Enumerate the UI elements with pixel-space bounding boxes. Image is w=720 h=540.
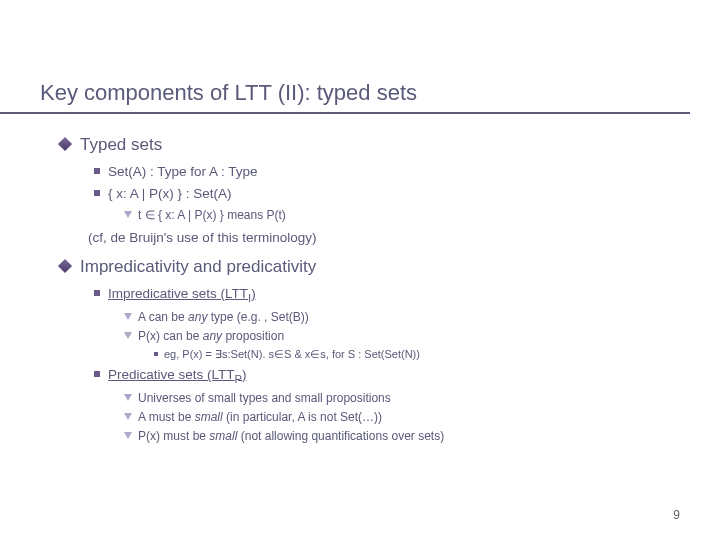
- text: Impredicative sets (LTTI): [108, 286, 256, 301]
- subscript: P: [235, 373, 243, 385]
- membership-meaning: t ∈ { x: A | P(x) } means P(t): [124, 206, 680, 224]
- slide-title: Key components of LTT (II): typed sets: [0, 0, 690, 114]
- diamond-bullet-icon: [58, 137, 72, 151]
- cf-debruijn: (cf, de Bruijn's use of this terminology…: [88, 228, 680, 248]
- section-predicativity: Impredicativity and predicativity: [60, 254, 680, 280]
- impredicative-example: eg, P(x) = ∃s:Set(N). s∈S & x∈s, for S :…: [154, 346, 680, 363]
- t: (in particular, A is not Set(…)): [223, 410, 382, 424]
- t: A must be: [138, 410, 195, 424]
- slide: Key components of LTT (II): typed sets T…: [0, 0, 720, 445]
- em: small: [195, 410, 223, 424]
- impredicative-a: A can be any type (e.g. , Set(B)): [124, 308, 680, 326]
- t: ): [242, 367, 247, 382]
- t: P(x) can be: [138, 329, 203, 343]
- impredicative-heading: Impredicative sets (LTTI): [94, 284, 680, 307]
- section-typed-sets: Typed sets: [60, 132, 680, 158]
- t: type (e.g. , Set(B)): [207, 310, 308, 324]
- t: proposition: [222, 329, 284, 343]
- slide-content: Typed sets Set(A) : Type for A : Type { …: [0, 114, 720, 445]
- signature-comprehension: { x: A | P(x) } : Set(A): [94, 184, 680, 204]
- impredicative-p: P(x) can be any proposition: [124, 327, 680, 345]
- square-bullet-icon: [94, 190, 100, 196]
- t: Impredicative sets (LTT: [108, 286, 248, 301]
- triangle-bullet-icon: [124, 413, 132, 420]
- t: P(x) must be: [138, 429, 209, 443]
- predicative-a-small: A must be small (in particular, A is not…: [124, 408, 680, 426]
- triangle-bullet-icon: [124, 313, 132, 320]
- t: ): [251, 286, 256, 301]
- triangle-bullet-icon: [124, 394, 132, 401]
- predicative-heading: Predicative sets (LTTP): [94, 365, 680, 388]
- triangle-bullet-icon: [124, 432, 132, 439]
- t: A can be: [138, 310, 188, 324]
- diamond-bullet-icon: [58, 259, 72, 273]
- predicative-p-small: P(x) must be small (not allowing quantif…: [124, 427, 680, 445]
- em: any: [203, 329, 222, 343]
- triangle-bullet-icon: [124, 211, 132, 218]
- text: Predicative sets (LTTP): [108, 367, 247, 382]
- text: Set(A) : Type for A : Type: [108, 164, 258, 179]
- text: { x: A | P(x) } : Set(A): [108, 186, 232, 201]
- section-heading: Impredicativity and predicativity: [80, 257, 316, 276]
- section-heading: Typed sets: [80, 135, 162, 154]
- signature-set-type: Set(A) : Type for A : Type: [94, 162, 680, 182]
- square-bullet-icon: [94, 371, 100, 377]
- triangle-bullet-icon: [124, 332, 132, 339]
- predicative-universes: Universes of small types and small propo…: [124, 389, 680, 407]
- page-number: 9: [673, 508, 680, 522]
- text: eg, P(x) = ∃s:Set(N). s∈S & x∈s, for S :…: [164, 348, 420, 360]
- square-bullet-icon: [154, 352, 158, 356]
- square-bullet-icon: [94, 168, 100, 174]
- em: any: [188, 310, 207, 324]
- em: small: [209, 429, 237, 443]
- t: (not allowing quantifications over sets): [237, 429, 444, 443]
- text: t ∈ { x: A | P(x) } means P(t): [138, 208, 286, 222]
- square-bullet-icon: [94, 290, 100, 296]
- text: Universes of small types and small propo…: [138, 391, 391, 405]
- t: Predicative sets (LTT: [108, 367, 235, 382]
